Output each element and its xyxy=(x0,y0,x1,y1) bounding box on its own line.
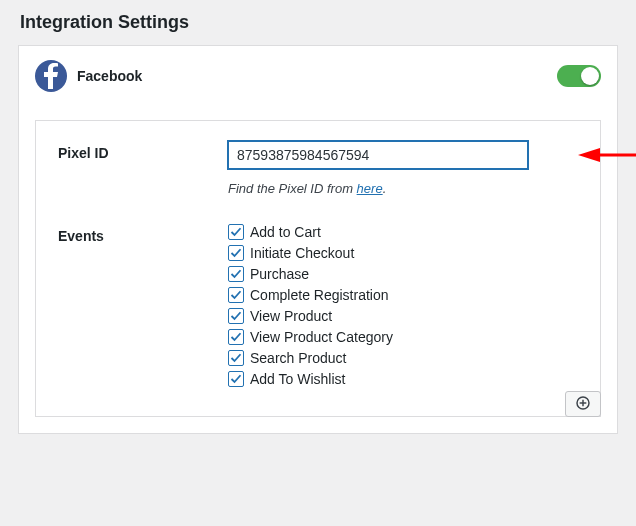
annotation-arrow-icon xyxy=(578,145,636,168)
event-checkbox[interactable] xyxy=(228,224,244,240)
event-item: Complete Registration xyxy=(228,287,578,303)
event-checkbox[interactable] xyxy=(228,371,244,387)
plus-circle-icon xyxy=(575,395,591,414)
event-label: View Product Category xyxy=(250,329,393,345)
event-checkbox[interactable] xyxy=(228,308,244,324)
event-item: View Product Category xyxy=(228,329,578,345)
event-item: View Product xyxy=(228,308,578,324)
pixel-id-input[interactable] xyxy=(228,141,528,169)
events-list: Add to CartInitiate CheckoutPurchaseComp… xyxy=(228,224,578,387)
page-title: Integration Settings xyxy=(20,12,618,33)
integration-card: Facebook Pixel ID Find the Pix xyxy=(18,45,618,434)
event-checkbox[interactable] xyxy=(228,245,244,261)
add-button[interactable] xyxy=(565,391,601,417)
event-checkbox[interactable] xyxy=(228,329,244,345)
event-label: Add to Cart xyxy=(250,224,321,240)
event-checkbox[interactable] xyxy=(228,287,244,303)
event-item: Initiate Checkout xyxy=(228,245,578,261)
event-item: Add to Cart xyxy=(228,224,578,240)
card-header: Facebook xyxy=(35,60,601,92)
svg-marker-1 xyxy=(578,148,600,162)
enable-toggle[interactable] xyxy=(557,65,601,87)
event-label: Purchase xyxy=(250,266,309,282)
event-checkbox[interactable] xyxy=(228,266,244,282)
event-label: Initiate Checkout xyxy=(250,245,354,261)
event-label: Search Product xyxy=(250,350,347,366)
event-item: Add To Wishlist xyxy=(228,371,578,387)
event-checkbox[interactable] xyxy=(228,350,244,366)
pixel-id-hint: Find the Pixel ID from here. xyxy=(228,181,578,196)
facebook-icon xyxy=(35,60,67,92)
event-item: Search Product xyxy=(228,350,578,366)
provider-name: Facebook xyxy=(77,68,142,84)
settings-panel: Pixel ID Find the Pixel ID from here. xyxy=(35,120,601,417)
events-label: Events xyxy=(58,224,228,244)
event-item: Purchase xyxy=(228,266,578,282)
event-label: Add To Wishlist xyxy=(250,371,345,387)
pixel-id-help-link[interactable]: here xyxy=(357,181,383,196)
pixel-id-label: Pixel ID xyxy=(58,141,228,161)
event-label: View Product xyxy=(250,308,332,324)
event-label: Complete Registration xyxy=(250,287,389,303)
